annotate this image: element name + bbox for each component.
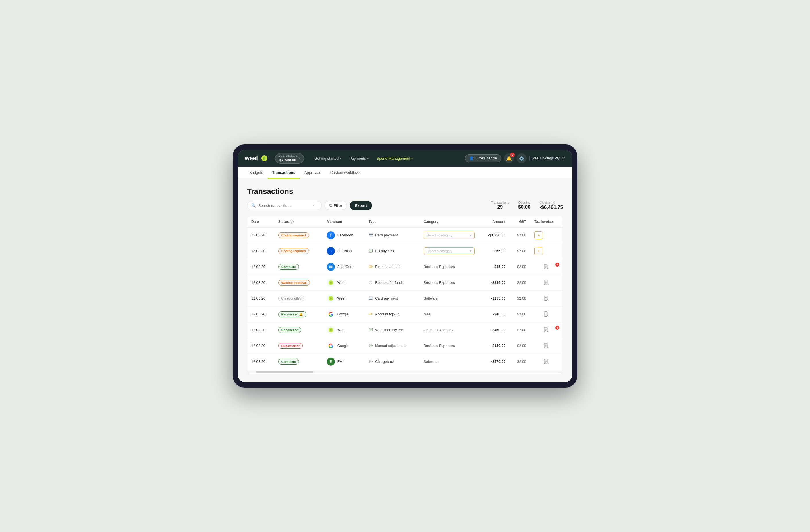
tax-invoice-cell[interactable]: + xyxy=(530,227,563,243)
tab-custom-workflows[interactable]: Custom workflows xyxy=(326,167,365,179)
table-row: 12.08.20 Waiting approval Weel Request f… xyxy=(247,275,563,291)
closing-help-icon[interactable]: ? xyxy=(551,200,555,205)
receipt-icon-cell[interactable] xyxy=(534,279,559,286)
status-badge: Waiting approval xyxy=(278,280,310,286)
amount-cell: -$460.00 xyxy=(479,322,509,338)
status-badge: Complete xyxy=(278,264,299,270)
type-label: Weel monthly fee xyxy=(375,328,403,332)
table-row: 12.08.20 Complete ✉ SendGrid Reimburseme… xyxy=(247,259,563,275)
gst-cell: $2.00 xyxy=(509,291,530,306)
filter-button[interactable]: ⧉ Filter xyxy=(325,201,347,210)
tax-invoice-cell[interactable]: 5 xyxy=(530,322,563,338)
merchant-avatar xyxy=(327,279,335,287)
tax-invoice-cell[interactable]: 5 xyxy=(530,259,563,275)
nav-link-payments[interactable]: Payments ▾ xyxy=(346,155,372,162)
tab-budgets[interactable]: Budgets xyxy=(245,167,268,179)
receipt-icon-cell[interactable] xyxy=(534,311,559,318)
date-cell: 12.08.20 xyxy=(247,243,274,259)
type-icon xyxy=(369,327,373,333)
settings-button[interactable]: ⚙️ xyxy=(517,154,526,163)
category-cell[interactable]: Select a category ▾ xyxy=(420,227,479,243)
scrollbar-thumb[interactable] xyxy=(256,371,313,373)
amount-cell: -$140.00 xyxy=(479,338,509,354)
clear-search-button[interactable]: ✕ xyxy=(312,204,315,208)
closing-stat: Closing ? -$6,461.75 xyxy=(540,200,563,210)
nav-link-getting-started[interactable]: Getting started ▾ xyxy=(311,155,345,162)
notifications-button[interactable]: 🔔 5 xyxy=(504,154,514,163)
amount-cell: -$1,250.00 xyxy=(479,227,509,243)
gst-cell: $2.00 xyxy=(509,259,530,275)
add-tax-invoice-button[interactable]: + xyxy=(534,231,543,239)
merchant-name: EML xyxy=(337,360,345,364)
horizontal-scrollbar[interactable] xyxy=(247,371,563,373)
svg-rect-2 xyxy=(369,249,373,253)
type-icon xyxy=(369,343,373,349)
tax-invoice-cell[interactable] xyxy=(530,275,563,291)
merchant-avatar: ✉ xyxy=(327,263,335,271)
type-icon xyxy=(369,264,373,270)
col-header-amount: Amount xyxy=(479,216,509,227)
type-label: Card payment xyxy=(375,233,398,237)
nav-right: 👤+ Invite people 🔔 5 ⚙️ Weel Holdings Pt… xyxy=(465,154,565,163)
type-label: Reimbursement xyxy=(375,265,400,269)
export-button[interactable]: Export xyxy=(350,201,372,210)
type-cell: Chargeback xyxy=(364,354,420,370)
col-header-tax-invoice: Tax invoice xyxy=(530,216,563,227)
top-nav: weel Account balance $7,500.00 › Getting… xyxy=(238,150,572,167)
device-frame: weel Account balance $7,500.00 › Getting… xyxy=(233,145,577,387)
account-balance-button[interactable]: Account balance $7,500.00 › xyxy=(275,153,304,164)
tab-approvals[interactable]: Approvals xyxy=(300,167,326,179)
chevron-down-icon: ▾ xyxy=(411,157,413,160)
type-label: Account top-up xyxy=(375,312,399,316)
tax-invoice-cell[interactable]: + xyxy=(530,243,563,259)
tax-invoice-cell[interactable] xyxy=(530,354,563,370)
search-box[interactable]: 🔍 ✕ xyxy=(247,201,322,210)
tab-transactions[interactable]: Transactions xyxy=(268,167,300,179)
table-row: 12.08.20 Unreconciled Weel Card payment … xyxy=(247,291,563,306)
category-select-dropdown[interactable]: Select a category ▾ xyxy=(424,247,474,255)
filter-icon: ⧉ xyxy=(329,203,332,208)
type-cell: Card payment xyxy=(364,227,420,243)
svg-rect-27 xyxy=(369,328,373,331)
search-input[interactable] xyxy=(258,204,310,208)
receipt-icon-cell[interactable] xyxy=(534,343,559,349)
receipt-icon-cell[interactable]: 5 xyxy=(534,264,559,270)
category-select-dropdown[interactable]: Select a category ▾ xyxy=(424,231,474,239)
stats-area: Transactions 29 Opening $0.00 Closing ? … xyxy=(491,200,563,210)
col-header-status: Status ? xyxy=(274,216,323,227)
type-label: Chargeback xyxy=(375,360,394,364)
table-row: 12.08.20 Complete E EML Chargeback Softw… xyxy=(247,354,563,370)
type-icon xyxy=(369,248,373,254)
col-header-date: Date xyxy=(247,216,274,227)
receipt-icon-cell[interactable]: 5 xyxy=(534,327,559,333)
category-cell[interactable]: Select a category ▾ xyxy=(420,243,479,259)
toolbar: 🔍 ✕ ⧉ Filter Export Transactions 29 Open… xyxy=(247,200,563,210)
type-label: Manual adjustment xyxy=(375,344,406,348)
invite-people-button[interactable]: 👤+ Invite people xyxy=(465,154,501,162)
receipt-icon-cell[interactable] xyxy=(534,295,559,302)
tax-invoice-cell[interactable] xyxy=(530,338,563,354)
nav-link-spend-management[interactable]: Spend Management ▾ xyxy=(373,155,416,162)
status-cell: Reconciled xyxy=(274,322,323,338)
status-help-icon[interactable]: ? xyxy=(290,220,294,224)
col-header-category: Category xyxy=(420,216,479,227)
merchant-avatar xyxy=(327,326,335,334)
merchant-cell: Google xyxy=(323,338,364,354)
merchant-avatar xyxy=(327,294,335,303)
status-badge: Unreconciled xyxy=(278,295,305,301)
date-cell: 12.08.20 xyxy=(247,291,274,306)
merchant-name: Google xyxy=(337,344,349,348)
merchant-avatar xyxy=(327,342,335,350)
tax-invoice-cell[interactable] xyxy=(530,306,563,322)
add-tax-invoice-button[interactable]: + xyxy=(534,247,543,255)
merchant-avatar xyxy=(327,310,335,318)
merchant-cell: Google xyxy=(323,306,364,322)
tax-invoice-cell[interactable] xyxy=(530,291,563,306)
type-cell: Account top-up xyxy=(364,306,420,322)
category-cell: General Expenses xyxy=(420,322,479,338)
status-cell: Export error xyxy=(274,338,323,354)
receipt-icon-cell[interactable] xyxy=(534,358,559,365)
merchant-cell: Atlassian xyxy=(323,243,364,259)
amount-cell: -$255.00 xyxy=(479,291,509,306)
company-name: Weel Holdings Pty Ltd xyxy=(529,156,565,160)
